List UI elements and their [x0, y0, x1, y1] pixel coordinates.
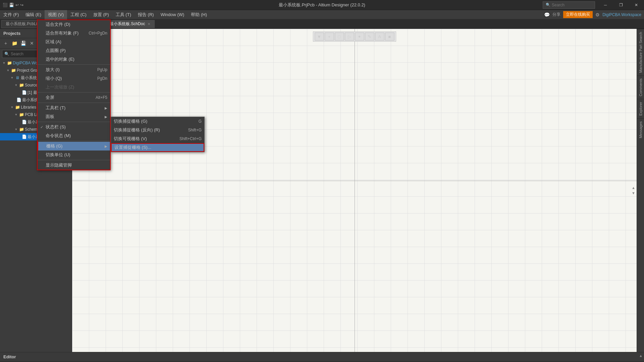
ctool-fill[interactable]: ■	[385, 33, 394, 41]
menu-cmdstatus-label: 命令状态 (M)	[46, 133, 71, 139]
grid-toggle-visual[interactable]: 切换可视栅格 (V) Shift+Ctrl+G	[111, 134, 204, 143]
ctool-arrow[interactable]: ▷	[345, 33, 354, 41]
arrow-panel: ▶	[105, 115, 107, 119]
menu-hidden-pins-label: 显示隐藏管脚	[46, 162, 72, 168]
menu-fit-all[interactable]: 适合所有对象 (F) Ctrl+PgDn	[38, 29, 110, 38]
menu-panel[interactable]: 面板 ▶	[38, 112, 110, 121]
schlib-doc-icon: 📄	[21, 134, 27, 139]
sep2	[38, 92, 110, 93]
folder-icon-group: 📁	[11, 68, 16, 73]
rpanel-manufacture[interactable]: Manufacture Part Search	[637, 29, 644, 75]
search-icon: 🔍	[4, 52, 9, 56]
ctool-rect[interactable]: □	[335, 33, 344, 41]
editor-title: Editor	[3, 354, 16, 359]
close-button[interactable]: ✕	[629, 0, 644, 10]
restore-button[interactable]: ❐	[613, 0, 629, 10]
panel-new-btn[interactable]: +	[2, 40, 9, 47]
menu-dot-circle-label: 点圆圈 (P)	[46, 48, 66, 54]
menu-window[interactable]: Window (W)	[157, 10, 188, 19]
tab-schdoc-close[interactable]: ✕	[148, 22, 150, 26]
menu-dot-circle[interactable]: 点圆圈 (P)	[38, 46, 110, 55]
menu-panel-label: 面板	[46, 114, 54, 120]
menu-statusbar-label: 状态栏 (S)	[46, 124, 66, 130]
menu-grid-label: 栅格 (G)	[46, 143, 62, 149]
menu-selected-label: 选中的对象 (E)	[46, 56, 74, 62]
menu-fullscreen[interactable]: 全屏 Alt+F5	[38, 93, 110, 102]
ctool-add[interactable]: +	[325, 33, 334, 41]
menu-statusbar[interactable]: ✓ 状态栏 (S)	[38, 123, 110, 131]
menu-file[interactable]: 文件 (F)	[0, 10, 22, 19]
sep5	[38, 141, 110, 141]
menu-reports[interactable]: 报告 (R)	[135, 10, 157, 19]
panel-save-btn[interactable]: 💾	[19, 40, 27, 47]
sep6	[38, 160, 110, 160]
grid-toggle-snap[interactable]: 切换捕捉栅格 (G) G	[111, 117, 204, 126]
menu-toolbar[interactable]: 工具栏 (T) ▶	[38, 104, 110, 112]
shortcut-toggle-snap-rev: Shift+G	[183, 128, 202, 132]
arrow-toolbar: ▶	[105, 106, 107, 110]
menu-area[interactable]: 区域 (A)	[38, 38, 110, 46]
menu-hidden-pins[interactable]: 显示隐藏管脚	[38, 161, 110, 170]
shortcut-toggle-snap: G	[193, 119, 202, 124]
settings-icon[interactable]: ⚙	[595, 12, 600, 17]
title-search-area[interactable]: 🔍	[543, 1, 595, 9]
title-bar: ⬛ 💾 ↩ ↪ 最小系统板.PrjPcb - Altium Designer (…	[0, 0, 644, 10]
rpanel-comments[interactable]: Comments	[637, 75, 644, 99]
menu-zoom-out[interactable]: 缩小 (Q) PgDn	[38, 74, 110, 83]
menu-last-zoom-label: 上一次缩放 (Z)	[46, 84, 74, 90]
grid-toggle-visual-label: 切换可视栅格 (V)	[114, 136, 147, 142]
title-search-input[interactable]	[552, 3, 592, 7]
online-buy-button[interactable]: 立即在线购买	[563, 11, 593, 18]
menu-project[interactable]: 工程 (C)	[67, 10, 90, 19]
ctool-star[interactable]: ✦	[355, 33, 364, 41]
menu-edit[interactable]: 编辑 (E)	[22, 10, 45, 19]
rpanel-messages[interactable]: Messages	[637, 118, 644, 141]
panel-close-btn[interactable]: ✕	[28, 40, 36, 47]
grid-toggle-snap-rev-label: 切换捕捉栅格 (反向) (R)	[114, 127, 160, 133]
menu-zoom-in-label: 放大 (I)	[46, 67, 60, 73]
menu-cmdstatus[interactable]: 命令状态 (M)	[38, 131, 110, 140]
menu-place[interactable]: 放置 (P)	[90, 10, 112, 19]
canvas-area[interactable]: ▼ + □ ▷ ✦ ✎ A ■ ▲ ▼	[72, 29, 637, 352]
bottom-scroll-up[interactable]: ▲	[639, 354, 643, 358]
shortcut-zoom-out: PgDn	[92, 76, 107, 81]
menu-grid[interactable]: 栅格 (G) ▶	[38, 142, 110, 150]
share-btn[interactable]: 分享	[552, 12, 560, 17]
folder-icon-libs: 📁	[15, 105, 20, 110]
sep3	[38, 103, 110, 103]
grid-set-snap-label: 设置捕捉栅格 (S)...	[114, 144, 151, 150]
scroll-up-icon[interactable]: ▲	[632, 186, 635, 190]
menu-area-label: 区域 (A)	[46, 39, 61, 45]
project-icon: 🖥	[15, 75, 20, 80]
arrow-grid: ▶	[105, 144, 107, 148]
menu-units[interactable]: 切换单位 (U)	[38, 150, 110, 159]
canvas-hline	[72, 181, 637, 181]
grid-toggle-snap-label: 切换捕捉栅格 (G)	[114, 118, 147, 124]
rpanel-explorer[interactable]: Explorer	[637, 99, 644, 118]
menu-view[interactable]: 视图 (V)	[45, 10, 67, 19]
sep4	[38, 122, 110, 122]
shortcut-zoom-in: PgUp	[92, 67, 107, 72]
grid-toggle-snap-rev[interactable]: 切换捕捉栅格 (反向) (R) Shift+G	[111, 126, 204, 134]
menu-selected[interactable]: 选中的对象 (E)	[38, 55, 110, 64]
panel-open-btn[interactable]: 📁	[11, 40, 18, 47]
message-icon: 💬	[544, 12, 550, 17]
menu-last-zoom: 上一次缩放 (Z)	[38, 83, 110, 92]
ctool-text[interactable]: A	[375, 33, 384, 41]
tab-pcblib-label: 最小系统板.PcbLib	[6, 21, 39, 27]
menu-help[interactable]: 帮助 (H)	[187, 10, 210, 19]
menu-zoom-in[interactable]: 放大 (I) PgUp	[38, 65, 110, 74]
menu-fit-file[interactable]: 适合文件 (D)	[38, 20, 110, 29]
menu-tools[interactable]: 工具 (T)	[112, 10, 135, 19]
menu-units-label: 切换单位 (U)	[46, 152, 70, 158]
folder-icon-schlib: 📁	[19, 127, 24, 132]
menu-right-area: 💬 分享 立即在线购买 ⚙ DigiPCBA Workspace	[544, 11, 644, 18]
minimize-button[interactable]: ─	[598, 0, 613, 10]
ctool-filter[interactable]: ▼	[315, 33, 324, 41]
ctool-eraser[interactable]: ✎	[365, 33, 374, 41]
canvas-vline	[355, 29, 355, 352]
menu-fullscreen-label: 全屏	[46, 95, 54, 101]
tree-arrow-pcblib: ▼	[13, 113, 19, 116]
scroll-down-icon[interactable]: ▼	[632, 191, 635, 195]
grid-set-snap[interactable]: 设置捕捉栅格 (S)...	[111, 143, 204, 152]
